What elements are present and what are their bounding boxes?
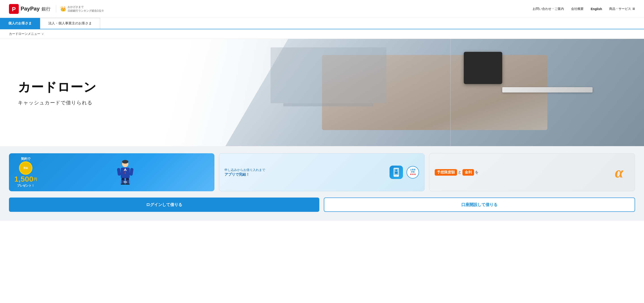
cards-row: 契約で 現金 1,500 円 プレゼン: [9, 153, 635, 191]
login-button[interactable]: ログインして借りる: [9, 198, 319, 212]
card-app-label1: 申し込みからお借り入れまで: [224, 168, 386, 172]
open-account-button[interactable]: 口座開設して借りる: [324, 198, 635, 212]
card-check-label-row: 予想限度額 と 金利 を: [435, 169, 611, 176]
card-app-label2: アプリで完結！: [224, 172, 386, 177]
svg-text:P: P: [12, 6, 16, 12]
amount-unit: 円: [34, 177, 37, 182]
subnav-card-loan[interactable]: カードローンメニュー ∨: [9, 32, 44, 36]
card-check-inner: 予想限度額 と 金利 を α: [429, 154, 635, 191]
amount-display: 現金 1,500 円: [14, 161, 37, 183]
header-nav: お問い合わせ・ご案内 会社概要 English 商品・サービス ≡: [533, 6, 635, 11]
hero-monitor-stand: [283, 103, 374, 106]
svg-point-17: [396, 175, 397, 176]
svg-point-3: [122, 160, 128, 164]
app-badge: お客様評価 ★★★: [406, 166, 419, 179]
card-app-text: 申し込みからお借り入れまで アプリで完結！: [224, 168, 386, 177]
svg-text:α: α: [615, 164, 624, 180]
bottom-section: 契約で 現金 1,500 円 プレゼン: [0, 146, 644, 221]
contract-label: 契約で: [21, 157, 30, 161]
hamburger-icon[interactable]: ≡: [632, 6, 635, 11]
hero-title: カードローン: [18, 79, 96, 96]
hero-subtitle: キャッシュカードで借りられる: [18, 99, 96, 106]
card-figure: 平均: [41, 160, 210, 185]
app-icon: [390, 166, 403, 179]
hero-divider: [450, 39, 451, 146]
sub-nav: カードローンメニュー ∨: [0, 29, 644, 39]
businessman-icon: 平均: [115, 160, 135, 185]
tab-bar: 個人のお客さま 法人・個人事業主のお客さま: [0, 18, 644, 29]
nav-contact[interactable]: お問い合わせ・ご案内: [533, 7, 564, 11]
smartphone-icon: [393, 168, 400, 177]
alpha-icon: α: [614, 164, 630, 180]
hero-phone-shape: [464, 52, 502, 84]
tab-personal[interactable]: 個人のお客さま: [0, 18, 40, 29]
svg-rect-7: [117, 168, 121, 176]
card-check[interactable]: 予想限度額 と 金利 を α: [429, 153, 635, 191]
hero-content: カードローン キャッシュカードで借りられる: [18, 79, 96, 106]
nav-about[interactable]: 会社概要: [571, 7, 584, 11]
card-check-text: 予想限度額 と 金利 を: [435, 169, 611, 176]
card-present-inner: 契約で 現金 1,500 円 プレゼン: [9, 153, 214, 191]
cash-circle-label: 現金: [24, 167, 28, 169]
logo-brand-text: PayPay 銀行: [20, 5, 50, 12]
card-present-amount: 契約で 現金 1,500 円 プレゼン: [14, 157, 38, 188]
logo-bank-text: 銀行: [42, 6, 50, 11]
chevron-down-icon: ∨: [42, 32, 44, 36]
card-present[interactable]: 契約で 現金 1,500 円 プレゼン: [9, 153, 214, 191]
crown-icon: 👑: [60, 6, 66, 12]
svg-rect-19: [395, 172, 398, 174]
paypay-logo-icon: P: [9, 4, 19, 14]
ranking-line2: 日経銀行ランキング総合1位※: [68, 9, 104, 13]
nav-products[interactable]: 商品・サービス ≡: [609, 6, 635, 11]
tab-corporate[interactable]: 法人・個人事業主のお客さま: [40, 18, 100, 29]
rate-badge: 金利: [462, 169, 474, 176]
hero-monitor-shape: [270, 47, 386, 103]
ranking-badge: 👑 おかげさまで 日経銀行ランキング総合1位※: [56, 5, 104, 13]
logo-area[interactable]: P PayPay 銀行: [9, 4, 50, 14]
limit-badge: 予想限度額: [435, 169, 457, 176]
hero-card-shape: [502, 87, 592, 92]
ranking-text: おかげさまで 日経銀行ランキング総合1位※: [68, 5, 104, 13]
present-label: プレゼント！: [17, 184, 34, 188]
suffix-text: を: [475, 170, 478, 175]
card-app-inner: 申し込みからお借り入れまで アプリで完結！ お客様評: [219, 154, 425, 191]
buttons-row: ログインして借りる 口座開設して借りる: [9, 198, 635, 212]
subnav-label: カードローンメニュー: [9, 32, 40, 36]
badge-text: お客様評価: [410, 169, 416, 173]
svg-point-18: [395, 169, 397, 171]
badge-rating: ★★★: [410, 173, 416, 176]
ranking-line1: おかげさまで: [68, 5, 104, 9]
header: P PayPay 銀行 👑 おかげさまで 日経銀行ランキング総合1位※ お問い合…: [0, 0, 644, 18]
card-app[interactable]: 申し込みからお借り入れまで アプリで完結！ お客様評: [219, 153, 425, 191]
alpha-decoration: α: [614, 164, 630, 181]
amount-number: 1,500: [14, 175, 33, 183]
svg-text:平均: 平均: [124, 181, 127, 183]
nav-english[interactable]: English: [591, 7, 602, 11]
svg-rect-8: [130, 168, 134, 176]
connector-text: と: [458, 170, 462, 175]
hero-banner: カードローン キャッシュカードで借りられる: [0, 39, 644, 146]
header-left: P PayPay 銀行 👑 おかげさまで 日経銀行ランキング総合1位※: [9, 4, 104, 14]
